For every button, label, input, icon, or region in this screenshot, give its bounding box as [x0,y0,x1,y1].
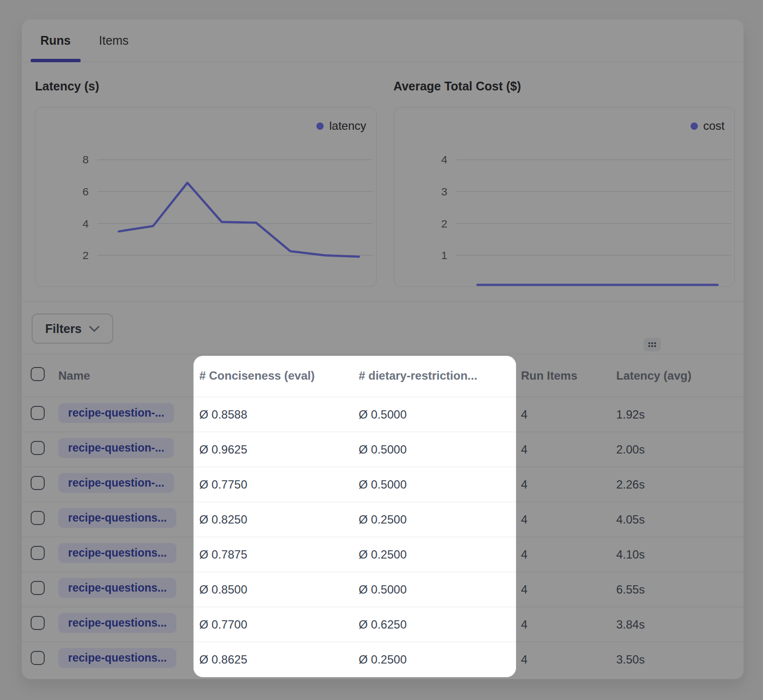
filters-button[interactable]: Filters [32,314,113,344]
row-checkbox[interactable] [31,511,45,525]
table-header-row: Name # Conciseness (eval) # dietary-rest… [22,354,744,397]
dietary-value: Ø 0.2500 [359,513,521,526]
dietary-value: Ø 0.6250 [359,618,521,631]
column-header-name[interactable]: Name [58,369,199,383]
row-checkbox[interactable] [31,406,45,420]
svg-text:4: 4 [83,217,89,230]
svg-text:4: 4 [441,153,447,166]
column-header-dietary[interactable]: # dietary-restriction... [359,369,521,383]
conciseness-value: Ø 0.9625 [199,443,359,456]
run-name-badge[interactable]: recipe-question-... [58,473,174,493]
svg-text:1: 1 [441,249,447,262]
run-items-value: 4 [521,478,616,491]
table-row: recipe-question-... Ø 0.9625 Ø 0.5000 4 … [22,432,744,467]
table-body: recipe-question-... Ø 0.8588 Ø 0.5000 4 … [22,397,744,677]
svg-text:8: 8 [83,153,89,166]
latency-chart-block: Latency (s) 2468 latency [35,62,377,287]
dashboard-card: Runs Items Latency (s) 2468 latency Aver… [22,19,744,679]
tab-runs-label: Runs [40,34,71,48]
dietary-value: Ø 0.2500 [359,653,521,666]
latency-value: 4.10s [616,548,744,561]
conciseness-value: Ø 0.7700 [199,618,359,631]
table-row: recipe-question-... Ø 0.8588 Ø 0.5000 4 … [22,397,744,432]
run-name-badge[interactable]: recipe-questions... [58,508,176,528]
latency-value: 2.00s [616,443,744,456]
svg-text:6: 6 [83,185,89,198]
runs-table: Name # Conciseness (eval) # dietary-rest… [22,354,744,677]
latency-value: 3.84s [616,618,744,631]
run-name-badge[interactable]: recipe-questions... [58,578,176,598]
table-row: recipe-question-... Ø 0.7750 Ø 0.5000 4 … [22,467,744,502]
cost-line-chart: 1234 [394,107,735,286]
cost-legend: cost [691,119,725,133]
table-row: recipe-questions... Ø 0.7700 Ø 0.6250 4 … [22,607,744,642]
run-name-badge[interactable]: recipe-question-... [58,438,174,458]
run-name-badge[interactable]: recipe-questions... [58,613,176,633]
charts-section: Latency (s) 2468 latency Average Total C… [22,62,744,302]
dietary-value: Ø 0.5000 [359,443,521,456]
run-items-value: 4 [521,513,616,526]
row-checkbox[interactable] [31,546,45,560]
column-header-latency[interactable]: Latency (avg) [616,369,744,383]
drag-handle[interactable] [643,338,661,351]
svg-text:3: 3 [441,185,447,198]
run-items-value: 4 [521,408,616,421]
run-name-badge[interactable]: recipe-questions... [58,543,176,563]
row-checkbox[interactable] [31,476,45,490]
latency-legend: latency [316,119,366,133]
latency-value: 6.55s [616,583,744,596]
conciseness-value: Ø 0.7750 [199,478,359,491]
table-row: recipe-questions... Ø 0.8250 Ø 0.2500 4 … [22,502,744,537]
latency-value: 3.50s [616,653,744,666]
dietary-value: Ø 0.5000 [359,408,521,421]
filters-section: Filters [22,302,744,354]
latency-value: 4.05s [616,513,744,526]
row-checkbox[interactable] [31,441,45,455]
latency-legend-dot-icon [316,122,324,130]
chevron-down-icon [89,326,100,332]
latency-chart-panel: 2468 latency [35,107,377,287]
tab-items-label: Items [99,34,129,48]
conciseness-value: Ø 0.8588 [199,408,359,421]
filters-button-label: Filters [45,322,82,336]
table-row: recipe-questions... Ø 0.8625 Ø 0.2500 4 … [22,642,744,677]
tab-bar: Runs Items [22,19,744,62]
svg-text:2: 2 [441,217,447,230]
cost-chart-panel: 1234 cost [394,107,735,287]
drag-handle-icon [647,341,657,348]
run-items-value: 4 [521,443,616,456]
cost-chart-block: Average Total Cost ($) 1234 cost [394,62,735,287]
conciseness-value: Ø 0.8250 [199,513,359,526]
cost-chart-title: Average Total Cost ($) [394,79,735,93]
latency-value: 2.26s [616,478,744,491]
select-all-checkbox[interactable] [31,367,45,381]
dietary-value: Ø 0.5000 [359,478,521,491]
run-items-value: 4 [521,548,616,561]
latency-line-chart: 2468 [35,107,376,286]
cost-legend-label: cost [703,119,725,133]
latency-value: 1.92s [616,408,744,421]
dietary-value: Ø 0.5000 [359,583,521,596]
run-items-value: 4 [521,653,616,666]
column-header-conciseness[interactable]: # Conciseness (eval) [199,369,359,383]
table-row: recipe-questions... Ø 0.8500 Ø 0.5000 4 … [22,572,744,607]
conciseness-value: Ø 0.7875 [199,548,359,561]
table-row: recipe-questions... Ø 0.7875 Ø 0.2500 4 … [22,537,744,572]
latency-chart-title: Latency (s) [35,79,377,93]
cost-legend-dot-icon [691,122,698,130]
tab-runs[interactable]: Runs [31,19,81,62]
latency-legend-label: latency [329,119,366,133]
run-name-badge[interactable]: recipe-question-... [58,403,174,423]
conciseness-value: Ø 0.8500 [199,583,359,596]
dietary-value: Ø 0.2500 [359,548,521,561]
column-header-run-items[interactable]: Run Items [521,369,616,383]
row-checkbox[interactable] [31,616,45,630]
run-items-value: 4 [521,618,616,631]
svg-text:2: 2 [83,249,89,262]
tab-items[interactable]: Items [89,19,139,62]
conciseness-value: Ø 0.8625 [199,653,359,666]
row-checkbox[interactable] [31,651,45,665]
row-checkbox[interactable] [31,581,45,595]
run-items-value: 4 [521,583,616,596]
run-name-badge[interactable]: recipe-questions... [58,648,176,668]
